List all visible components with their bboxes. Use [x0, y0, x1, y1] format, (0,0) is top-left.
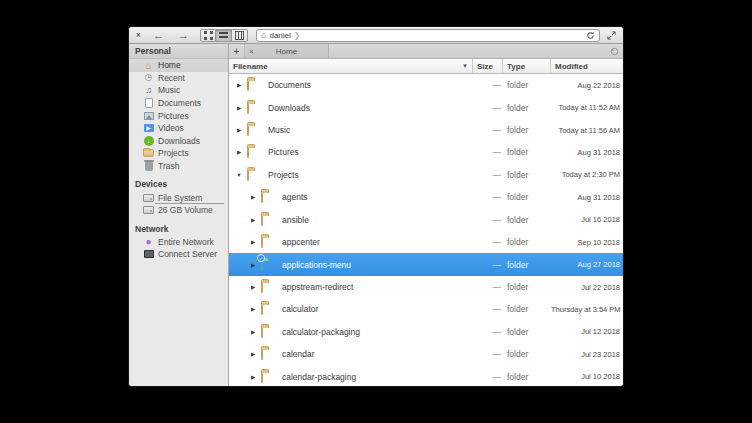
expander-icon[interactable]: ▶ — [235, 105, 243, 111]
expander-icon[interactable]: ▼ — [235, 172, 243, 178]
sidebar-item-documents[interactable]: Documents — [129, 97, 228, 110]
size-value: — — [473, 103, 503, 113]
table-row[interactable]: ▶ ○ Downloads — folder Today at 11:52 AM — [229, 96, 623, 118]
expander-icon[interactable]: ▶ — [249, 374, 257, 380]
size-value: — — [473, 215, 503, 225]
sidebar: Personal ⌂ Home ◷ Recent ♫ Music Documen… — [129, 44, 229, 386]
table-row[interactable]: ▶ ansible — folder Jul 16 2018 — [229, 209, 623, 231]
column-header-modified[interactable]: Modified — [551, 59, 623, 73]
sidebar-item-pictures[interactable]: Pictures — [129, 109, 228, 122]
type-value: folder — [503, 125, 551, 135]
sidebar-item-26-gb-volume[interactable]: 26 GB Volume — [129, 204, 228, 217]
table-row[interactable]: ▶ appstream-redirect — folder Jul 22 201… — [229, 276, 623, 298]
type-value: folder — [503, 260, 551, 270]
reload-icon[interactable] — [586, 31, 595, 40]
filename-label: appcenter — [282, 237, 320, 247]
expander-icon[interactable]: ▶ — [249, 351, 257, 357]
table-row[interactable]: ▶ ♪ Music — folder Today at 11:56 AM — [229, 119, 623, 141]
expander-icon[interactable]: ▶ — [249, 262, 257, 268]
column-headers: Filename ▼ Size Type Modified — [229, 59, 623, 74]
filename-label: Downloads — [268, 103, 310, 113]
sidebar-item-downloads[interactable]: ↓ Downloads — [129, 135, 228, 148]
size-value: — — [473, 349, 503, 359]
list-view-icon[interactable] — [216, 29, 232, 42]
column-header-size[interactable]: Size — [473, 59, 503, 73]
breadcrumb[interactable]: daniel — [269, 31, 290, 40]
type-value: folder — [503, 80, 551, 90]
column-header-type[interactable]: Type — [503, 59, 551, 73]
table-row[interactable]: ▶ ✓ applications-menu — folder Aug 27 20… — [229, 253, 623, 275]
filename-label: agents — [282, 192, 308, 202]
sidebar-item-label: Home — [158, 60, 181, 70]
filename-label: calendar-packaging — [282, 372, 356, 382]
new-tab-button[interactable]: + — [229, 44, 245, 58]
folder-icon — [247, 169, 249, 181]
expander-icon[interactable]: ▶ — [235, 127, 243, 133]
filename-label: calculator-packaging — [282, 327, 360, 337]
table-row[interactable]: ▶ calculator — folder Thursday at 3:54 P… — [229, 298, 623, 320]
trash-icon — [143, 161, 154, 172]
filename-label: calendar — [282, 349, 315, 359]
filename-label: calculator — [282, 304, 318, 314]
table-row[interactable]: ▶ appcenter — folder Sep 10 2018 — [229, 231, 623, 253]
filename-label: Music — [268, 125, 290, 135]
sort-descending-icon: ▼ — [462, 63, 468, 69]
modified-value: Thursday at 3:54 PM — [551, 305, 623, 314]
modified-value: Aug 31 2018 — [551, 193, 623, 202]
forward-button[interactable]: → — [173, 29, 194, 42]
table-row[interactable]: ▼ Projects — folder Today at 2:30 PM — [229, 164, 623, 186]
size-value: — — [473, 237, 503, 247]
expander-icon[interactable]: ▶ — [249, 329, 257, 335]
home-icon: ⌂ — [143, 60, 154, 71]
sidebar-item-entire-network[interactable]: ● Entire Network — [129, 236, 228, 249]
modified-value: Jul 10 2018 — [551, 372, 623, 381]
filename-label: Projects — [268, 170, 299, 180]
history-icon[interactable] — [605, 44, 623, 58]
column-view-icon[interactable] — [232, 29, 248, 42]
expander-icon[interactable]: ▶ — [249, 239, 257, 245]
sidebar-item-recent[interactable]: ◷ Recent — [129, 72, 228, 85]
expander-icon[interactable]: ▶ — [235, 149, 243, 155]
videos-icon: ▶ — [143, 123, 154, 134]
expander-icon[interactable]: ▶ — [249, 217, 257, 223]
pathbar[interactable]: ⌂ daniel ❯ — [256, 29, 600, 42]
column-header-filename[interactable]: Filename ▼ — [229, 59, 473, 73]
type-value: folder — [503, 372, 551, 382]
sidebar-item-home[interactable]: ⌂ Home — [129, 59, 228, 72]
expander-icon[interactable]: ▶ — [235, 82, 243, 88]
table-row[interactable]: ▶ calendar-packaging — folder Jul 10 201… — [229, 365, 623, 386]
window-close-button[interactable]: × — [133, 30, 144, 41]
maximize-icon[interactable] — [604, 31, 619, 40]
sidebar-item-projects[interactable]: Projects — [129, 147, 228, 160]
sidebar-item-connect-server[interactable]: Connect Server — [129, 248, 228, 261]
table-row[interactable]: ▶ agents — folder Aug 31 2018 — [229, 186, 623, 208]
back-button[interactable]: ← — [148, 29, 169, 42]
sidebar-item-trash[interactable]: Trash — [129, 160, 228, 173]
size-value: — — [473, 304, 503, 314]
table-row[interactable]: ▶ calculator-packaging — folder Jul 12 2… — [229, 321, 623, 343]
sidebar-item-music[interactable]: ♫ Music — [129, 84, 228, 97]
filename-label: Documents — [268, 80, 311, 90]
tab-close-icon[interactable]: × — [249, 47, 259, 56]
folder-icon — [261, 281, 263, 293]
table-row[interactable]: ▶ calendar — folder Jul 23 2018 — [229, 343, 623, 365]
folder-icon: ○ — [247, 102, 249, 114]
sidebar-item-videos[interactable]: ▶ Videos — [129, 122, 228, 135]
filename-label: applications-menu — [282, 260, 351, 270]
expander-icon[interactable]: ▶ — [249, 194, 257, 200]
downloads-icon: ↓ — [143, 135, 154, 146]
file-manager-window: × ← → ⌂ daniel ❯ — [128, 26, 624, 387]
folder-icon — [143, 148, 154, 159]
size-value: — — [473, 327, 503, 337]
table-row[interactable]: ▶ ≡ Documents — folder Aug 22 2018 — [229, 74, 623, 96]
table-row[interactable]: ▶ ▵ Pictures — folder Aug 31 2018 — [229, 141, 623, 163]
drive-icon — [143, 205, 154, 216]
expander-icon[interactable]: ▶ — [249, 284, 257, 290]
server-icon — [143, 249, 154, 260]
grid-view-icon[interactable] — [200, 29, 216, 42]
expander-icon[interactable]: ▶ — [249, 306, 257, 312]
size-value: — — [473, 80, 503, 90]
documents-icon — [143, 98, 154, 109]
tab-home[interactable]: × Home — [245, 44, 329, 58]
type-value: folder — [503, 349, 551, 359]
